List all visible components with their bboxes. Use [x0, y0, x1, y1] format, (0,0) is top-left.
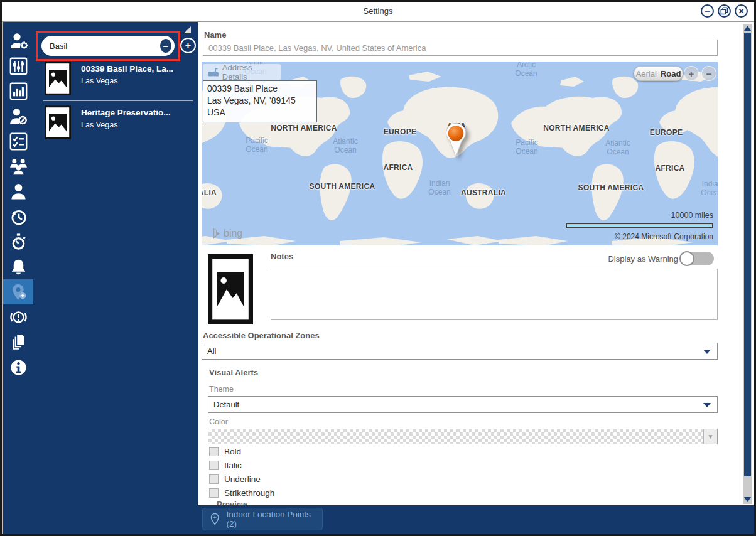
color-dropdown-caret-icon: ▼: [703, 429, 717, 444]
map-label-continent: SOUTH AMERICA: [310, 183, 375, 191]
theme-dropdown[interactable]: Default: [208, 396, 718, 413]
scroll-up-arrow[interactable]: [743, 24, 752, 32]
title-bar: Settings ─ ✕: [2, 2, 754, 21]
sidebar-item-statistics[interactable]: [3, 78, 33, 104]
window-controls: ─ ✕: [701, 4, 748, 18]
location-list-item[interactable]: Heritage Preservatio... Las Vegas: [33, 105, 197, 146]
zones-dropdown[interactable]: All: [202, 343, 718, 360]
map-label-continent: EUROPE: [384, 128, 416, 137]
documents-icon: [9, 333, 28, 351]
underline-checkbox[interactable]: [209, 474, 219, 484]
zones-value: All: [207, 346, 216, 356]
sidebar-item-user[interactable]: [3, 179, 33, 204]
italic-label: Italic: [224, 461, 242, 470]
road-view-button[interactable]: Road: [661, 69, 681, 78]
location-list-item[interactable]: 00339 Basil Place, La... Las Vegas: [33, 61, 197, 102]
bold-checkbox-row: Bold: [209, 446, 241, 457]
italic-checkbox[interactable]: [209, 461, 219, 470]
theme-value: Default: [213, 400, 239, 409]
location-subtitle: Las Vegas: [81, 121, 117, 129]
zoom-out-icon: −: [706, 69, 712, 78]
display-as-warning-label: Display as Warning: [608, 254, 678, 264]
checklist-icon: [9, 132, 28, 151]
location-title: Heritage Preservatio...: [81, 108, 193, 117]
strikethrough-checkbox[interactable]: [209, 488, 219, 498]
map-label-continent: AUSTRALIA: [461, 189, 506, 198]
indoor-pin-add-icon: [209, 512, 220, 526]
aerial-view-button[interactable]: Aerial: [636, 69, 657, 78]
color-dropdown[interactable]: ▼: [208, 429, 718, 444]
image-placeholder-icon: [45, 61, 71, 96]
sidebar-item-info[interactable]: [3, 355, 33, 380]
vertical-scrollbar[interactable]: [743, 24, 752, 504]
map-label-ocean: Indian Ocean: [701, 180, 718, 198]
map-label-continent: SOUTH AMERICA: [578, 184, 644, 193]
tooltip-street: 00339 Basil Place: [207, 83, 311, 95]
bottom-bar: Indoor Location Points (2): [198, 505, 754, 534]
map-label-continent: AFRICA: [655, 164, 684, 173]
bold-checkbox[interactable]: [209, 447, 219, 456]
address-tooltip: 00339 Basil Place Las Vegas, NV, '89145 …: [203, 80, 317, 122]
stopwatch-icon: [9, 233, 28, 251]
app-body: − + 00339 Basil Place, La... Las Vegas H…: [2, 21, 754, 534]
scrollbar-thumb[interactable]: [744, 33, 751, 476]
location-pin-add-icon: [9, 283, 28, 301]
underline-label: Underline: [224, 474, 261, 484]
minus-icon: −: [163, 41, 169, 51]
panel-resize-handle[interactable]: [183, 26, 192, 34]
map-zoom-out-button[interactable]: −: [701, 66, 716, 81]
plus-icon: +: [185, 41, 191, 51]
sidebar-item-stopwatch[interactable]: [3, 229, 33, 254]
sidebar-item-location-points[interactable]: [3, 279, 33, 304]
locations-panel: − + 00339 Basil Place, La... Las Vegas H…: [33, 22, 198, 534]
indoor-location-points-button[interactable]: Indoor Location Points (2): [202, 508, 323, 530]
map[interactable]: Arctic OceanArctic OceanNORTH AMERICANOR…: [202, 62, 718, 245]
notes-textarea[interactable]: [271, 269, 718, 320]
close-button[interactable]: ✕: [735, 4, 748, 18]
tooltip-city: Las Vegas, NV, '89145: [207, 95, 311, 107]
minimize-icon: ─: [705, 8, 710, 15]
add-location-button[interactable]: +: [180, 38, 196, 53]
sidebar-item-user-settings[interactable]: [3, 28, 33, 53]
sidebar-item-incident-alert[interactable]: [3, 304, 33, 330]
sidebar-item-checklist[interactable]: [3, 129, 33, 154]
map-label-continent: NORTH AMERICA: [543, 124, 609, 133]
list-divider: [43, 100, 193, 101]
notes-image-placeholder-icon[interactable]: [208, 254, 253, 324]
map-zoom-in-button[interactable]: +: [684, 66, 699, 81]
search-input[interactable]: [50, 41, 160, 51]
sidebar-item-user-disabled[interactable]: [3, 104, 33, 129]
map-pin[interactable]: [441, 122, 470, 158]
icon-rail: [2, 22, 33, 534]
mailbox-icon: [208, 68, 219, 77]
address-details-chip[interactable]: Address Details: [203, 64, 281, 80]
minimize-button[interactable]: ─: [701, 4, 714, 18]
sidebar-item-documents[interactable]: [3, 330, 33, 355]
sidebar-item-preferences[interactable]: [3, 53, 33, 78]
map-view-toggle[interactable]: Aerial Road: [634, 66, 683, 81]
notes-label: Notes: [271, 252, 293, 261]
user-settings-icon: [9, 32, 28, 50]
user-disabled-icon: [9, 107, 28, 126]
toggle-knob: [679, 251, 694, 266]
sidebar-item-team[interactable]: [3, 154, 33, 179]
display-as-warning-toggle[interactable]: [680, 252, 714, 265]
name-label: Name: [204, 30, 226, 40]
italic-checkbox-row: Italic: [209, 459, 242, 471]
bing-logo: bing: [213, 228, 242, 239]
visual-alerts-label: Visual Alerts: [209, 368, 258, 377]
sidebar-item-alerts[interactable]: [3, 254, 33, 279]
alert-exclamation-icon: [9, 308, 28, 326]
map-label-continent: AFRICA: [383, 164, 413, 173]
scroll-down-arrow[interactable]: [743, 496, 752, 503]
restore-button[interactable]: [718, 4, 731, 18]
search-remove-button[interactable]: −: [160, 39, 171, 53]
sidebar-item-timer-history[interactable]: [3, 204, 33, 229]
color-label: Color: [209, 417, 228, 426]
map-label-ocean: Pacific Ocean: [516, 139, 537, 156]
strikethrough-label: Strikethrough: [224, 488, 274, 498]
name-input[interactable]: [203, 40, 718, 56]
bold-label: Bold: [224, 447, 241, 456]
address-details-label: Address Details: [222, 63, 276, 82]
map-label-continent: EUROPE: [650, 129, 683, 137]
